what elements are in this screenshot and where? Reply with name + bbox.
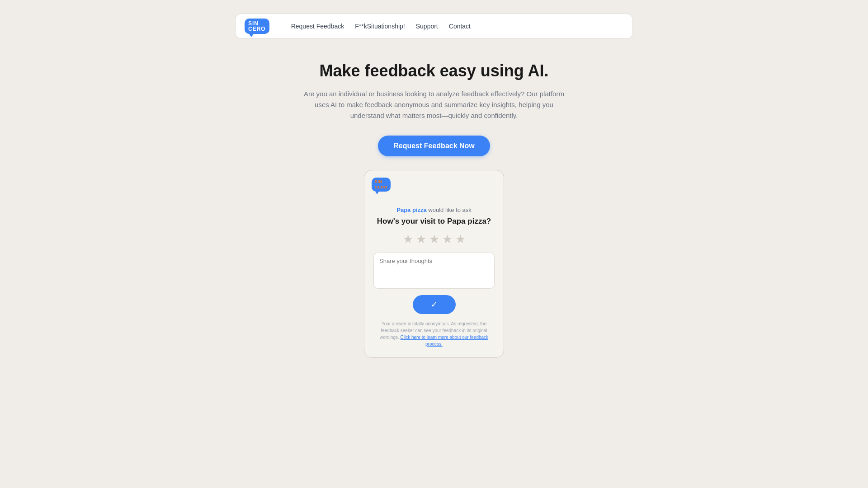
hero-subtitle: Are you an individual or business lookin… — [298, 89, 570, 121]
feedback-card: SINCERO Papa pizza would like to ask How… — [364, 170, 504, 358]
hero-section: Make feedback easy using AI. Are you an … — [298, 61, 570, 156]
nav-contact[interactable]: Contact — [449, 23, 471, 30]
star-4[interactable]: ★ — [442, 232, 453, 246]
logo: SIN CERO — [245, 19, 269, 34]
checkmark-icon: ✓ — [431, 300, 438, 310]
card-footer: Your answer is totally anonymous. As req… — [373, 320, 495, 347]
star-2[interactable]: ★ — [416, 232, 426, 246]
hero-title: Make feedback easy using AI. — [298, 61, 570, 80]
star-3[interactable]: ★ — [429, 232, 439, 246]
nav-support[interactable]: Support — [416, 23, 438, 30]
card-logo-text: SINCERO — [375, 179, 387, 189]
logo-text: SIN CERO — [248, 21, 266, 32]
logo-line2: CERO — [248, 26, 266, 32]
submit-button[interactable]: ✓ — [413, 295, 456, 314]
feedback-textarea[interactable] — [373, 253, 495, 289]
nav-request-feedback[interactable]: Request Feedback — [291, 23, 344, 30]
navbar: SIN CERO Request Feedback F**kSituations… — [235, 14, 633, 39]
star-5[interactable]: ★ — [455, 232, 466, 246]
requester-name: Papa pizza — [396, 206, 426, 213]
card-logo: SINCERO — [372, 178, 391, 192]
card-requester: Papa pizza would like to ask — [396, 206, 471, 213]
nav-links: Request Feedback F**kSituationship! Supp… — [291, 23, 471, 30]
nav-fk-situationship[interactable]: F**kSituationship! — [355, 23, 405, 30]
requester-suffix: would like to ask — [427, 206, 472, 213]
card-question: How's your visit to Papa pizza? — [377, 217, 491, 226]
request-feedback-now-button[interactable]: Request Feedback Now — [378, 136, 490, 156]
star-1[interactable]: ★ — [403, 232, 413, 246]
logo-badge: SIN CERO — [245, 19, 269, 34]
star-rating[interactable]: ★ ★ ★ ★ ★ — [403, 232, 466, 246]
footer-link[interactable]: Click here to learn more about our feedb… — [401, 335, 489, 347]
